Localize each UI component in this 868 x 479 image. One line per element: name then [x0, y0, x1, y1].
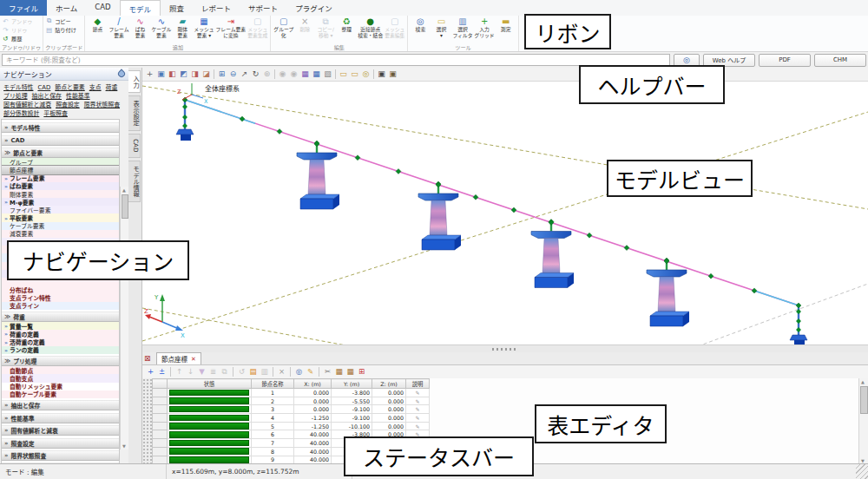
pan-icon[interactable]: +: [144, 69, 155, 80]
zoom-out-icon[interactable]: ⊖: [227, 69, 239, 80]
copy-button[interactable]: ⧉コピー: [45, 16, 71, 25]
pointer-arrow-icon[interactable]: ↗: [239, 69, 250, 80]
nav-item[interactable]: 支点ライン: [2, 302, 119, 310]
view-cube-top-icon[interactable]: ◩: [178, 69, 189, 80]
move-down-icon[interactable]: ↓: [186, 366, 195, 377]
table-row[interactable]: 5-1.250-10.1000.000✎: [153, 422, 430, 430]
delete-button[interactable]: ×削除: [294, 16, 315, 33]
edit-note-icon[interactable]: ✎: [406, 389, 430, 397]
side-tab[interactable]: モデル情報: [128, 161, 141, 202]
next-view-icon[interactable]: ◉: [288, 69, 299, 80]
nav-link[interactable]: 限界状態照査: [84, 101, 120, 109]
view-cube-iso-icon[interactable]: ◪: [201, 69, 212, 80]
scrollbar-thumb[interactable]: [860, 386, 868, 414]
convert-to-frame-button[interactable]: ⇥フレーム要素に変換: [215, 16, 247, 38]
girder-node[interactable]: [624, 246, 629, 251]
bridge-pier[interactable]: [418, 181, 461, 250]
color-grid-icon[interactable]: ⊞: [357, 366, 366, 377]
girder-node[interactable]: [436, 182, 441, 187]
girder-node[interactable]: [473, 194, 478, 200]
nav-section[interactable]: ≫荷重: [2, 312, 119, 322]
history-button[interactable]: ↺履歴: [2, 34, 22, 43]
nav-item[interactable]: »ランの定義: [2, 346, 119, 354]
ribbon-tab-check[interactable]: 照査: [161, 0, 193, 16]
move-bottom-icon[interactable]: ▼: [197, 366, 207, 377]
nearby-node-merge-button[interactable]: ●近接節点検索・結合: [357, 16, 384, 38]
keyword-input[interactable]: [2, 54, 670, 66]
girder-node[interactable]: [708, 273, 713, 279]
find-icon[interactable]: ◎: [294, 366, 304, 377]
view-cube-side-icon[interactable]: ◨: [189, 69, 201, 80]
nav-section[interactable]: »抽出と保存: [2, 400, 119, 410]
search-button[interactable]: ◎検索: [410, 16, 431, 33]
nav-item[interactable]: 自動ケーブル要素: [2, 390, 119, 398]
girder-node[interactable]: [752, 288, 757, 293]
table-row[interactable]: 30.000-9.1000.000✎: [153, 405, 430, 414]
pdf-button[interactable]: PDF: [759, 54, 811, 67]
edit-note-icon[interactable]: ✎: [406, 414, 430, 423]
girder-node[interactable]: [277, 129, 282, 135]
nav-link[interactable]: 平板照査: [43, 109, 68, 118]
nav-link[interactable]: 抽出と保存: [32, 92, 62, 101]
nav-section[interactable]: »CAD: [2, 135, 119, 146]
snapshot-icon[interactable]: ▣: [376, 69, 387, 80]
paste-button[interactable]: ▤貼り付け: [45, 25, 76, 34]
close-pane-icon[interactable]: ⊠: [144, 354, 151, 363]
display-settings2-icon[interactable]: ▦: [311, 69, 322, 80]
nav-link[interactable]: 部分係数設計: [3, 109, 39, 118]
tab-node-coordinates[interactable]: 節点座標 ✕: [156, 352, 201, 364]
edit-note-icon[interactable]: ✎: [406, 397, 430, 405]
scroll-up-icon[interactable]: ▲: [121, 187, 128, 194]
nav-link[interactable]: 性能基準: [66, 92, 90, 101]
paste-special-icon[interactable]: ▥: [260, 366, 269, 377]
zoom-extents-icon[interactable]: ⊞: [216, 69, 227, 80]
bridge-pier[interactable]: [647, 258, 689, 326]
select-filter-button[interactable]: ▥選択フィルタ: [451, 16, 473, 38]
table-row[interactable]: 20.000-5.5500.000✎: [153, 397, 430, 405]
girder-node[interactable]: [396, 168, 401, 174]
rotate-view-icon[interactable]: ↻: [250, 69, 261, 80]
ribbon-tab-cad[interactable]: CAD: [86, 0, 119, 16]
zoom-search-icon[interactable]: ◎: [360, 69, 372, 80]
nav-link[interactable]: プリ処理: [3, 92, 28, 101]
import-icon[interactable]: ▤: [248, 366, 258, 377]
model-canvas[interactable]: Z X 全体座標系 Y Z X: [142, 81, 868, 344]
list-icon[interactable]: ≣: [208, 366, 218, 377]
mesh-element-button[interactable]: ▦メッシュ要素 ▾: [193, 16, 214, 38]
ribbon-tab-model[interactable]: モデル: [120, 0, 161, 16]
ribbon-tab-file[interactable]: ファイル: [0, 0, 47, 16]
nav-section[interactable]: ≫節点と要素: [2, 148, 119, 158]
bridge-girder[interactable]: [185, 100, 799, 305]
select-button[interactable]: ▭選択▾: [431, 16, 451, 38]
column-header[interactable]: 節点名称: [252, 379, 294, 389]
bridge-pier[interactable]: [531, 220, 574, 288]
nav-section[interactable]: »限界状態照査: [2, 450, 119, 461]
refresh-icon[interactable]: ↺: [237, 366, 247, 377]
generate-mesh-button[interactable]: ▢メッシュ要素生成: [247, 16, 268, 38]
nav-link[interactable]: 固有値解析と減衰: [3, 101, 51, 109]
column-header[interactable]: 状態: [168, 379, 252, 389]
girder-node[interactable]: [587, 233, 592, 238]
input-grid-button[interactable]: +入力グリッド: [473, 16, 495, 38]
scrollbar-thumb[interactable]: [122, 194, 128, 219]
pick-display-icon[interactable]: ▧: [322, 69, 333, 80]
redo-button[interactable]: ↷リドゥ: [2, 25, 28, 34]
copy-move-button[interactable]: ⧉コピー/移動 ▾: [315, 16, 336, 38]
move-up-icon[interactable]: ↑: [174, 366, 184, 377]
right-abutment[interactable]: [790, 305, 807, 344]
sheet-b-icon[interactable]: ▦: [345, 366, 355, 377]
cut-icon[interactable]: ✂: [323, 366, 332, 377]
navigation-scrollbar[interactable]: ▲ ▼: [120, 187, 128, 449]
nav-link[interactable]: モデル特性: [3, 83, 33, 92]
resize-grip[interactable]: [856, 464, 868, 479]
prev-view-icon[interactable]: ◉: [277, 69, 288, 80]
side-tab[interactable]: 入力: [128, 70, 141, 93]
view-cube-front-icon[interactable]: ◧: [167, 69, 178, 80]
nav-section[interactable]: ≫プリ処理: [2, 356, 119, 366]
column-header[interactable]: Z: (m): [372, 379, 406, 389]
rigid-element-button[interactable]: ▰剛体要素: [172, 16, 193, 38]
load-view-icon[interactable]: ▭: [349, 69, 360, 80]
nav-link[interactable]: 照査設定: [56, 101, 80, 109]
scroll-up-icon[interactable]: ▲: [859, 378, 866, 385]
scroll-down-icon[interactable]: ▼: [121, 443, 128, 449]
